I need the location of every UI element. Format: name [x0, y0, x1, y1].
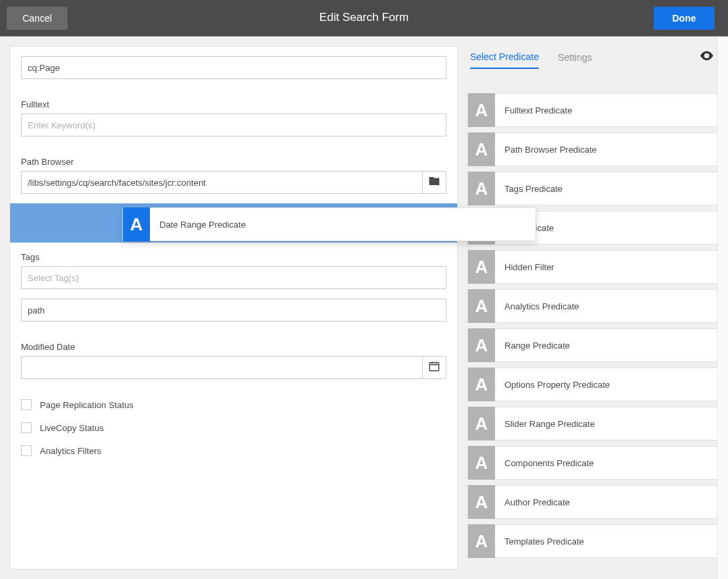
predicate-item-label: Tags Predicate	[495, 184, 563, 194]
checkbox-box-icon	[21, 422, 32, 433]
pathbrowser-label: Path Browser	[21, 157, 446, 167]
predicate-item-label: Path Browser Predicate	[495, 145, 597, 155]
predicate-letter-icon: A	[468, 289, 495, 323]
predicate-list: AFulltext PredicateAPath Browser Predica…	[467, 93, 719, 558]
predicate-item[interactable]: APath Browser Predicate	[467, 132, 719, 166]
tags-input[interactable]	[21, 266, 446, 289]
tab-settings[interactable]: Settings	[558, 47, 592, 68]
calendar-icon	[428, 360, 440, 375]
checkbox-box-icon	[21, 399, 32, 410]
predicate-item-label: Templates Predicate	[495, 536, 584, 547]
dragging-predicate[interactable]: A Date Range Predicate	[122, 207, 536, 241]
predicate-item[interactable]: ARange Predicate	[467, 328, 719, 362]
resource-type-input[interactable]	[21, 56, 446, 79]
predicate-letter-icon: A	[468, 172, 495, 205]
checkbox-analytics[interactable]: Analytics Filters	[21, 445, 446, 456]
predicate-item-label: Fulltext Predicate	[495, 105, 572, 116]
checkbox-replication[interactable]: Page Replication Status	[21, 399, 446, 410]
predicate-letter-icon: A	[123, 207, 150, 241]
predicate-item[interactable]: ATemplates Predicate	[467, 524, 719, 558]
predicate-letter-icon: A	[468, 368, 495, 401]
predicate-letter-icon: A	[468, 524, 495, 558]
predicate-item-label: Components Predicate	[495, 458, 594, 468]
predicate-item-label: Slider Range Predicate	[495, 419, 595, 429]
predicate-item[interactable]: ASlider Range Predicate	[467, 407, 719, 440]
tab-select-predicate[interactable]: Select Predicate	[470, 46, 539, 69]
predicate-letter-icon: A	[468, 485, 495, 519]
header-inner: Cancel Edit Search Form Done	[0, 0, 728, 35]
checkbox-replication-label: Page Replication Status	[40, 400, 134, 410]
page-title: Edit Search Form	[319, 11, 409, 24]
folder-search-icon	[428, 175, 440, 190]
predicate-letter-icon: A	[468, 250, 495, 284]
checkbox-analytics-label: Analytics Filters	[40, 446, 101, 456]
right-panel-tabs: Select Predicate Settings	[467, 46, 719, 74]
header-bar: Cancel Edit Search Form Done	[0, 0, 728, 36]
checkbox-box-icon	[21, 445, 32, 456]
path-input[interactable]	[21, 299, 446, 322]
right-panel: Select Predicate Settings AFulltext Pred…	[467, 46, 719, 570]
modified-date-input[interactable]	[21, 356, 422, 379]
predicate-letter-icon: A	[468, 446, 495, 480]
predicate-item[interactable]: AHidden Filter	[467, 250, 719, 284]
predicate-item-label: Options Property Predicate	[495, 380, 610, 390]
tags-label: Tags	[21, 252, 446, 262]
pathbrowser-input-wrapper	[21, 171, 446, 194]
content-area: Fulltext Path Browser Tags Mod	[0, 36, 728, 579]
done-button[interactable]: Done	[654, 7, 714, 30]
svg-rect-2	[430, 363, 439, 371]
preview-button[interactable]	[697, 47, 716, 66]
predicate-item-label: Range Predicate	[495, 341, 570, 351]
form-panel: Fulltext Path Browser Tags Mod	[9, 46, 458, 570]
predicate-item[interactable]: ATags Predicate	[467, 172, 719, 205]
modified-date-wrapper	[21, 356, 446, 379]
checkbox-livecopy[interactable]: LiveCopy Status	[21, 422, 446, 433]
fulltext-label: Fulltext	[21, 99, 446, 109]
predicate-letter-icon: A	[468, 132, 495, 166]
modified-date-label: Modified Date	[21, 342, 446, 352]
predicate-item[interactable]: AComponents Predicate	[467, 446, 719, 480]
predicate-item[interactable]: AAuthor Predicate	[467, 485, 719, 519]
checkbox-livecopy-label: LiveCopy Status	[40, 423, 104, 433]
pathbrowser-open-button[interactable]	[422, 171, 446, 194]
eye-icon	[699, 48, 714, 66]
calendar-open-button[interactable]	[422, 356, 446, 379]
predicate-item-label: Analytics Predicate	[495, 301, 579, 311]
fulltext-input[interactable]	[21, 114, 446, 136]
predicate-item[interactable]: AAnalytics Predicate	[467, 289, 719, 323]
predicate-item-label: Author Predicate	[495, 497, 570, 507]
dragging-predicate-label: Date Range Predicate	[150, 220, 246, 230]
predicate-letter-icon: A	[468, 407, 495, 440]
pathbrowser-input[interactable]	[21, 171, 422, 194]
predicate-item-label: Hidden Filter	[495, 262, 554, 272]
scrollbar-track[interactable]	[717, 36, 728, 579]
predicate-letter-icon: A	[468, 328, 495, 362]
predicate-item[interactable]: AFulltext Predicate	[467, 93, 719, 127]
predicate-letter-icon: A	[468, 93, 495, 127]
predicate-item[interactable]: AOptions Property Predicate	[467, 368, 719, 401]
cancel-button[interactable]: Cancel	[7, 7, 68, 30]
